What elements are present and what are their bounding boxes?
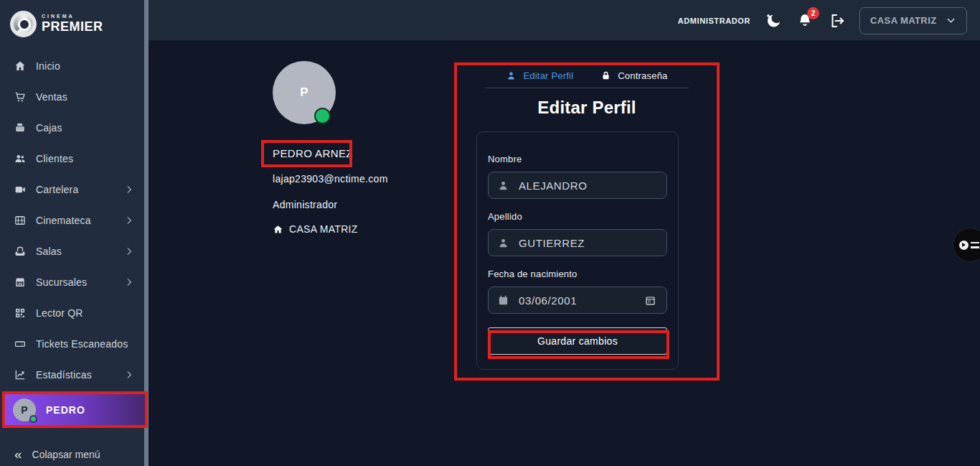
- sidebar-item-ventas[interactable]: Ventas: [0, 81, 144, 112]
- field-label-nombre: Nombre: [488, 154, 667, 164]
- brand-top-text: CINEMA: [42, 14, 103, 19]
- profile-email: lajap23903@nctime.com: [273, 173, 388, 185]
- profile-name: PEDRO ARNEZ: [273, 147, 353, 159]
- tab-editar-perfil[interactable]: Editar Perfil: [506, 70, 573, 81]
- panel-tabs: Editar Perfil Contraseña: [457, 70, 717, 81]
- chevron-right-icon: [124, 277, 134, 287]
- online-status-dot: [314, 108, 331, 124]
- field-label-fecha-nacimiento: Fecha de nacimiento: [488, 269, 667, 279]
- branch-selector-button[interactable]: CASA MATRIZ: [859, 7, 967, 34]
- seat-icon: [14, 245, 27, 258]
- chevron-down-icon: [946, 15, 956, 26]
- profile-role: Administrador: [273, 199, 337, 210]
- cart-icon: [14, 90, 27, 103]
- autofill-extension-icon[interactable]: [953, 228, 980, 261]
- collapse-menu-button[interactable]: « Colapsar menú: [14, 449, 100, 460]
- annotation-box-sidebar-user: P PEDRO: [2, 391, 148, 428]
- branch-selector-value: CASA MATRIZ: [870, 15, 937, 26]
- edit-profile-panel: Editar Perfil Contraseña Editar Perfil N…: [454, 62, 720, 381]
- sidebar-item-lector-qr[interactable]: Lector QR: [0, 297, 144, 328]
- field-label-apellido: Apellido: [488, 211, 667, 222]
- calendar-icon: [497, 294, 509, 307]
- sidebar-item-cajas[interactable]: Cajas: [0, 112, 144, 143]
- sidebar-item-clientes[interactable]: Clientes: [0, 143, 144, 174]
- chevron-right-icon: [124, 370, 134, 380]
- sidebar-item-tickets-escaneados[interactable]: Tickets Escaneados: [0, 328, 144, 359]
- tabs-divider: [486, 88, 689, 88]
- dark-mode-moon-icon[interactable]: [765, 12, 782, 29]
- lock-icon: [600, 70, 611, 81]
- user-icon: [497, 237, 509, 249]
- people-icon: [14, 152, 27, 165]
- house-icon: [273, 224, 283, 235]
- save-changes-button[interactable]: Guardar cambios: [488, 327, 667, 355]
- store-icon: [14, 276, 27, 289]
- edit-profile-form: Nombre ALEJANDRO Apellido GUTIERREZ Fech…: [476, 131, 679, 370]
- sidebar-item-inicio[interactable]: Inicio: [0, 50, 144, 81]
- online-status-dot: [29, 415, 37, 423]
- notification-count-badge: 2: [807, 7, 819, 19]
- chevron-right-icon: [124, 215, 134, 225]
- double-chevron-left-icon: «: [14, 449, 22, 460]
- sidebar-user-name: PEDRO: [46, 404, 85, 416]
- qr-code-icon: [14, 307, 27, 320]
- brand-logo: CINEMA PREMIER: [10, 11, 103, 37]
- top-bar: ADMINISTRADOR 2 CASA MATRIZ: [149, 0, 980, 41]
- user-icon: [506, 70, 517, 81]
- profile-branch: CASA MATRIZ: [273, 223, 358, 235]
- sidebar-nav: Inicio Ventas Cajas Client: [0, 50, 144, 390]
- chart-icon: [14, 368, 27, 381]
- avatar: P: [13, 399, 36, 421]
- chevron-right-icon: [124, 246, 134, 256]
- chevron-right-icon: [124, 185, 134, 195]
- date-picker-icon[interactable]: [644, 294, 656, 307]
- sidebar-item-salas[interactable]: Salas: [0, 236, 144, 266]
- user-role-label: ADMINISTRADOR: [678, 17, 750, 25]
- logout-icon[interactable]: [828, 12, 845, 29]
- panel-title: Editar Perfil: [457, 98, 717, 118]
- film-icon: [14, 214, 27, 227]
- cash-register-icon: [14, 121, 27, 134]
- home-icon: [14, 60, 27, 73]
- sidebar-item-estadisticas[interactable]: Estadísticas: [0, 359, 144, 390]
- notifications-bell-icon[interactable]: 2: [796, 12, 814, 29]
- ticket-icon: [14, 337, 27, 350]
- brand-name: PREMIER: [42, 19, 103, 34]
- sidebar-item-pedro[interactable]: P PEDRO: [5, 394, 145, 425]
- sidebar-item-cinemateca[interactable]: Cinemateca: [0, 205, 144, 236]
- sidebar-item-cartelera[interactable]: Cartelera: [0, 174, 144, 205]
- sidebar-item-sucursales[interactable]: Sucursales: [0, 266, 144, 297]
- nombre-input[interactable]: ALEJANDRO: [488, 172, 667, 199]
- brand-logo-icon: [10, 11, 37, 37]
- user-icon: [497, 180, 509, 192]
- video-icon: [14, 183, 27, 196]
- fecha-nacimiento-input[interactable]: 03/06/2001: [488, 286, 667, 314]
- apellido-input[interactable]: GUTIERREZ: [488, 229, 667, 256]
- tab-contrasena[interactable]: Contraseña: [600, 70, 667, 81]
